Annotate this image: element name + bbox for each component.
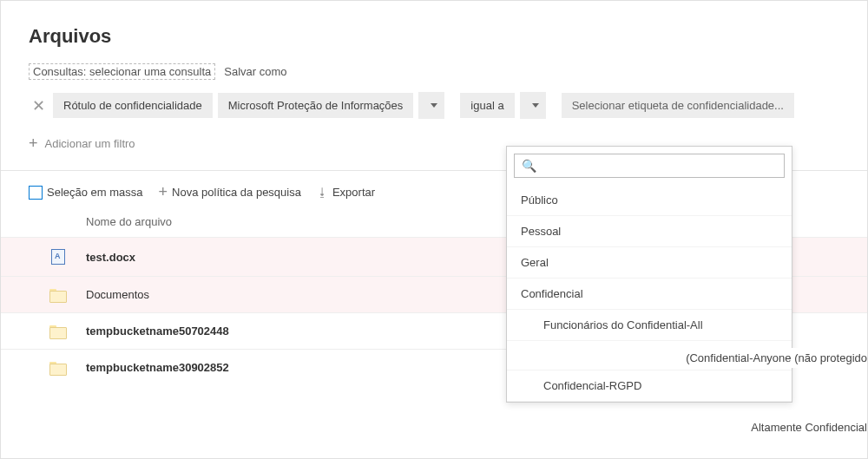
download-icon: ⭳: [317, 186, 328, 199]
checkbox-icon[interactable]: [29, 186, 43, 200]
dropdown-item[interactable]: Pessoal: [507, 216, 792, 247]
bulk-select[interactable]: Seleção em massa: [29, 186, 143, 200]
save-as-button[interactable]: Salvar como: [224, 65, 286, 78]
export-label: Exportar: [332, 186, 375, 199]
page-header: Arquivos: [1, 1, 867, 63]
overflow-text-highly: Altamente Confidencial: [746, 417, 867, 437]
new-policy-label: Nova política da pesquisa: [172, 186, 301, 199]
filter-operator[interactable]: igual a: [460, 93, 514, 118]
docx-icon: [51, 249, 65, 265]
file-name: tempbucketname30902852: [86, 361, 229, 374]
filter-row: ✕ Rótulo de confidencialidade Microsoft …: [1, 92, 867, 129]
dropdown-search-input[interactable]: [542, 160, 777, 173]
file-name: Documentos: [86, 288, 149, 301]
export-button[interactable]: ⭳ Exportar: [317, 186, 375, 199]
plus-icon: +: [159, 183, 168, 201]
chevron-down-icon: [431, 103, 437, 108]
filter-field[interactable]: Rótulo de confidencialidade: [53, 93, 213, 118]
query-row: Consultas: selecionar uma consulta Salva…: [1, 63, 867, 92]
remove-filter-icon[interactable]: ✕: [29, 96, 48, 115]
chevron-down-icon: [532, 103, 539, 108]
new-policy-button[interactable]: + Nova política da pesquisa: [159, 183, 301, 201]
add-filter-label: Adicionar um filtro: [45, 137, 135, 150]
file-name: test.docx: [86, 251, 135, 264]
plus-icon: +: [29, 134, 38, 153]
dropdown-item[interactable]: Funcionários do Confidential-All: [507, 310, 792, 341]
dropdown-item[interactable]: Geral: [507, 247, 792, 279]
filter-value-selector[interactable]: Selecionar etiqueta de confidencialidade…: [562, 93, 794, 118]
filter-provider-label: Microsoft Proteção de Informações: [228, 99, 404, 112]
dropdown-item[interactable]: Público: [507, 185, 792, 216]
filter-operator-caret[interactable]: [520, 92, 546, 119]
search-icon: 🔍: [522, 159, 536, 173]
dropdown-item[interactable]: Confidencial-RGPD: [507, 370, 792, 402]
dropdown-search[interactable]: 🔍: [514, 154, 785, 178]
folder-icon: [49, 325, 65, 337]
bulk-select-label: Seleção em massa: [47, 186, 143, 199]
page-title: Arquivos: [29, 25, 839, 48]
filter-operator-label: igual a: [470, 99, 503, 112]
dropdown-item[interactable]: Confidencial: [507, 279, 792, 310]
query-selector[interactable]: Consultas: selecionar uma consulta: [29, 63, 215, 80]
folder-icon: [49, 289, 65, 300]
filter-provider[interactable]: Microsoft Proteção de Informações: [218, 93, 414, 118]
overflow-text-anyone: (Confidential-Anyone (não protegido: [681, 348, 867, 368]
folder-icon: [49, 362, 65, 373]
file-name: tempbucketname50702448: [86, 325, 229, 338]
filter-provider-caret[interactable]: [418, 92, 444, 119]
